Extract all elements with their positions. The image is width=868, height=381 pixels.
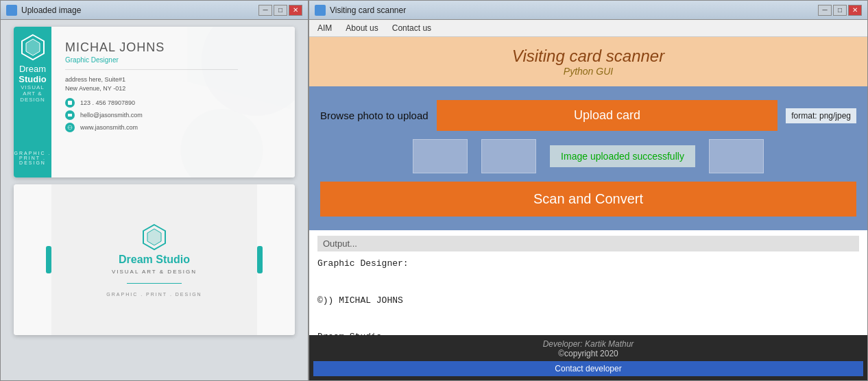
card-details: 123 . 456 78907890 hello@jasonsmith.com xyxy=(65,98,281,132)
left-window-title: Uploaded image xyxy=(21,5,81,15)
contact-developer-button[interactable]: Contact developer xyxy=(313,361,863,376)
maximize-button[interactable]: □ xyxy=(274,5,287,16)
app-title: Visiting card scanner xyxy=(319,47,858,66)
card-bottom-brand-sub: VISUAL ART & DESIGN xyxy=(112,269,197,275)
right-window-title: Visiting card scanner xyxy=(330,5,406,15)
titlebar-left: Uploaded image xyxy=(6,5,81,16)
upload-card-button[interactable]: Upload card xyxy=(437,100,778,131)
card-bottom-divider xyxy=(127,283,182,284)
left-titlebar-buttons: ─ □ ✕ xyxy=(258,5,302,16)
card-brand: Dream Studio VISUAL ART & DESIGN xyxy=(14,64,51,103)
output-area: Output... Graphic Designer: ©)) MICHAL J… xyxy=(309,230,867,335)
uploaded-image-window: Uploaded image ─ □ ✕ xyxy=(0,0,309,381)
menu-about-us[interactable]: About us xyxy=(343,23,381,34)
card-right-content: MICHAL JOHNS Graphic Designer address he… xyxy=(51,27,295,177)
image-preview-center xyxy=(481,139,536,173)
upload-area: Browse photo to upload Upload card forma… xyxy=(309,86,867,230)
card-bottom-left xyxy=(14,184,51,335)
card-bottom-center: Dream Studio VISUAL ART & DESIGN GRAPHIC… xyxy=(51,184,257,335)
output-header: Output... xyxy=(317,236,859,251)
card-phone: 123 . 456 78907890 xyxy=(65,98,281,108)
card-job-title: Graphic Designer xyxy=(65,56,281,64)
right-titlebar: Visiting card scanner ─ □ ✕ xyxy=(309,1,867,20)
web-icon xyxy=(65,123,75,132)
right-window-icon xyxy=(315,5,326,16)
menu-aim[interactable]: AIM xyxy=(315,23,335,34)
business-card-bottom: Dream Studio VISUAL ART & DESIGN GRAPHIC… xyxy=(14,184,295,335)
scan-convert-button[interactable]: Scan and Convert xyxy=(320,182,856,217)
bottom-logo-svg xyxy=(141,223,168,251)
phone-icon xyxy=(65,98,75,108)
output-line-1: Graphic Designer: xyxy=(317,257,859,271)
close-button[interactable]: ✕ xyxy=(289,5,302,16)
app-subtitle: Python GUI xyxy=(319,66,858,77)
success-message: Image uploaded successfully xyxy=(550,145,695,167)
output-line-4 xyxy=(317,312,859,326)
main-content: Visiting card scanner Python GUI Browse … xyxy=(309,37,867,380)
success-row: Image uploaded successfully xyxy=(320,139,856,173)
card-logo-area: Dream Studio VISUAL ART & DESIGN xyxy=(14,34,51,103)
card-website: www.jasonsmith.com xyxy=(65,123,281,132)
card-bottom-left-accent xyxy=(46,246,51,273)
left-content: Dream Studio VISUAL ART & DESIGN GRAPHIC… xyxy=(1,20,308,380)
card-bottom-right xyxy=(257,184,295,335)
output-line-3: ©)) MICHAL JOHNS xyxy=(317,294,859,308)
card-email: hello@jasonsmith.com xyxy=(65,110,281,120)
card-container: Dream Studio VISUAL ART & DESIGN GRAPHIC… xyxy=(1,20,308,380)
brand-studio: Studio xyxy=(153,254,190,265)
card-bottom-logo: Dream Studio VISUAL ART & DESIGN GRAPHIC… xyxy=(106,223,202,297)
card-bottom-right-accent xyxy=(257,246,263,273)
card-name-bold: MICHAL xyxy=(65,40,115,54)
output-line-5: Dream Studio xyxy=(317,330,859,335)
footer-developer: Developer: Kartik Mathur xyxy=(313,339,863,349)
logo-hex xyxy=(19,34,47,61)
footer-copyright: ©copyright 2020 xyxy=(313,349,863,358)
minimize-button[interactable]: ─ xyxy=(258,5,272,16)
left-titlebar: Uploaded image ─ □ ✕ xyxy=(1,1,308,20)
upload-row: Browse photo to upload Upload card forma… xyxy=(320,100,856,131)
right-close-button[interactable]: ✕ xyxy=(848,5,862,16)
right-maximize-button[interactable]: □ xyxy=(833,5,847,16)
footer: Developer: Kartik Mathur ©copyright 2020… xyxy=(309,335,867,380)
left-window-icon xyxy=(6,5,17,16)
right-minimize-button[interactable]: ─ xyxy=(818,5,832,16)
image-preview-right xyxy=(709,139,764,173)
card-bottom-tagline: GRAPHIC . PRINT . DESIGN xyxy=(106,292,202,297)
brand-dream: Dream xyxy=(119,254,153,265)
menu-contact-us[interactable]: Contact us xyxy=(389,23,434,34)
output-line-2 xyxy=(317,275,859,290)
card-brand-sub: VISUAL ART & DESIGN xyxy=(14,84,51,103)
card-name-light: JOHNS xyxy=(115,40,165,54)
card-name-section: MICHAL JOHNS Graphic Designer xyxy=(65,40,281,64)
image-preview-left xyxy=(413,139,468,173)
card-bottom-brand-name: Dream Studio xyxy=(119,254,190,266)
browse-label: Browse photo to upload xyxy=(320,110,429,121)
svg-marker-9 xyxy=(147,229,161,245)
email-icon xyxy=(65,110,75,120)
visiting-card-scanner-window: Visiting card scanner ─ □ ✕ AIM About us… xyxy=(309,0,868,381)
card-left-stripe: Dream Studio VISUAL ART & DESIGN GRAPHIC… xyxy=(14,27,51,177)
card-name: MICHAL JOHNS xyxy=(65,40,281,55)
svg-marker-1 xyxy=(26,39,40,56)
menu-bar: AIM About us Contact us xyxy=(309,20,867,37)
output-text: Graphic Designer: ©)) MICHAL JOHNS Dream… xyxy=(317,257,859,335)
card-brand-main: Dream Studio xyxy=(14,64,51,84)
app-header: Visiting card scanner Python GUI xyxy=(309,37,867,86)
svg-rect-5 xyxy=(68,101,72,105)
business-card-top: Dream Studio VISUAL ART & DESIGN GRAPHIC… xyxy=(14,27,295,177)
right-titlebar-left: Visiting card scanner xyxy=(315,5,406,16)
right-titlebar-buttons: ─ □ ✕ xyxy=(818,5,862,16)
format-label: format: png/jpeg xyxy=(786,108,856,123)
card-tagline: GRAPHIC . PRINT . DESIGN xyxy=(14,151,51,171)
